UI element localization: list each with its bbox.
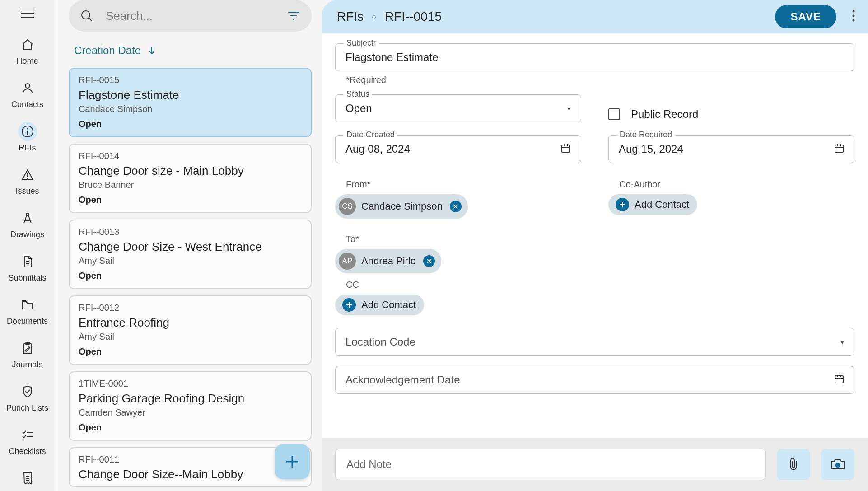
- search-icon: [80, 9, 93, 22]
- nav-label: Submittals: [8, 273, 46, 283]
- remove-chip-button[interactable]: ✕: [450, 201, 462, 212]
- chevron-down-icon: ▾: [567, 104, 571, 113]
- nav-documents[interactable]: Documents: [0, 291, 55, 334]
- item-status: Open: [79, 195, 302, 205]
- item-author: Camden Sawyer: [79, 407, 302, 418]
- menu-button[interactable]: [19, 8, 37, 18]
- svg-rect-15: [835, 145, 843, 152]
- camera-icon: [830, 458, 845, 471]
- nav-submittals[interactable]: Submittals: [0, 248, 55, 291]
- add-coauthor-button[interactable]: Add Contact: [608, 194, 697, 215]
- more-menu-button[interactable]: [852, 9, 855, 24]
- shield-check-icon: [21, 385, 34, 398]
- chip-name: Candace Simpson: [361, 201, 444, 212]
- search-box[interactable]: [69, 0, 312, 32]
- item-id: RFI--0014: [79, 151, 302, 161]
- breadcrumb-id: RFI--0015: [385, 9, 442, 24]
- item-id: 1TIME-0001: [79, 379, 302, 389]
- item-title: Parking Garage Roofing Design: [79, 392, 302, 406]
- field-value: Flagstone Estimate: [345, 51, 438, 64]
- detail-header: RFIs ○ RFI--0015 SAVE: [322, 0, 868, 33]
- location-code-select[interactable]: Location Code ▾: [335, 328, 854, 356]
- sort-control[interactable]: Creation Date: [69, 32, 312, 68]
- list-item[interactable]: RFI--0012 Entrance Roofing Amy Sail Open: [69, 295, 312, 365]
- calendar-icon: [834, 374, 844, 384]
- calendar-icon: [834, 143, 844, 153]
- cc-label: CC: [346, 280, 854, 290]
- svg-point-12: [853, 15, 855, 17]
- document-icon: [21, 255, 34, 268]
- add-cc-button[interactable]: Add Contact: [335, 295, 424, 315]
- nav-journals[interactable]: Journals: [0, 334, 55, 378]
- nav-label: Journals: [12, 360, 42, 369]
- list-item[interactable]: RFI--0013 Change Door Size - West Entran…: [69, 220, 312, 289]
- nav-home[interactable]: Home: [0, 31, 55, 74]
- nav-rfis[interactable]: RFIs: [0, 117, 55, 161]
- from-label: From*: [346, 179, 581, 190]
- svg-point-9: [82, 11, 90, 19]
- list-item[interactable]: RFI--0014 Change Door size - Main Lobby …: [69, 144, 312, 213]
- nav-contacts[interactable]: Contacts: [0, 74, 55, 117]
- sort-arrow-down-icon: [147, 46, 156, 55]
- sort-label: Creation Date: [74, 44, 141, 57]
- nav-drawings[interactable]: Drawings: [0, 204, 55, 248]
- checkbox-label: Public Record: [631, 108, 698, 121]
- nav-label: Contacts: [11, 100, 43, 109]
- checklist-icon: [21, 428, 34, 442]
- person-icon: [21, 81, 34, 95]
- coauthor-label: Co-Author: [619, 179, 854, 190]
- nav-requisition[interactable]: Requisition: [0, 464, 55, 491]
- plus-icon: [285, 454, 300, 469]
- nav-label: Drawings: [10, 230, 44, 239]
- list-column: Creation Date RFI--0015 Flagstone Estima…: [55, 0, 322, 491]
- status-select[interactable]: Status Open ▾: [335, 94, 581, 122]
- nav-checklists[interactable]: Checklists: [0, 421, 55, 464]
- svg-point-0: [25, 84, 30, 88]
- field-label: Status: [344, 89, 372, 99]
- item-status: Open: [79, 422, 302, 433]
- plus-circle-icon: [616, 198, 629, 211]
- plus-circle-icon: [342, 298, 356, 312]
- avatar: AP: [339, 253, 356, 270]
- svg-point-3: [27, 128, 28, 130]
- nav-label: Documents: [7, 317, 48, 326]
- field-label: Date Created: [344, 130, 397, 140]
- save-button[interactable]: SAVE: [775, 5, 836, 28]
- rfi-list: RFI--0015 Flagstone Estimate Candace Sim…: [69, 68, 312, 487]
- list-item[interactable]: RFI--0015 Flagstone Estimate Candace Sim…: [69, 68, 312, 137]
- chip-label: Add Contact: [361, 299, 418, 311]
- nav-punchlists[interactable]: Punch Lists: [0, 378, 55, 421]
- item-id: RFI--0013: [79, 227, 302, 237]
- avatar: CS: [339, 198, 356, 215]
- add-rfi-button[interactable]: [275, 444, 310, 479]
- remove-chip-button[interactable]: ✕: [423, 255, 435, 267]
- breadcrumb-root[interactable]: RFIs: [337, 9, 364, 24]
- breadcrumb-separator-icon: ○: [372, 12, 377, 22]
- field-label: Subject*: [344, 38, 379, 48]
- receipt-icon: [21, 472, 34, 485]
- field-value: Aug 08, 2024: [345, 143, 410, 155]
- item-author: Candace Simpson: [79, 104, 302, 114]
- field-label: Acknowledgement Date: [345, 374, 460, 386]
- subject-field[interactable]: Subject* Flagstone Estimate: [335, 43, 854, 71]
- camera-button[interactable]: [821, 449, 854, 480]
- add-note-input[interactable]: Add Note: [335, 449, 766, 480]
- item-title: Change Door Size - West Entrance: [79, 240, 302, 254]
- public-record-checkbox[interactable]: Public Record: [608, 94, 854, 126]
- attach-button[interactable]: [777, 449, 810, 480]
- nav-issues[interactable]: Issues: [0, 161, 55, 204]
- nav-rail: Home Contacts RFIs Issues Drawings Submi…: [0, 0, 55, 491]
- nav-label: Issues: [15, 187, 39, 196]
- calendar-icon: [561, 143, 571, 153]
- search-input[interactable]: [106, 9, 275, 23]
- filter-icon[interactable]: [287, 10, 300, 21]
- date-created-field[interactable]: Date Created Aug 08, 2024: [335, 135, 581, 163]
- item-id: RFI--0012: [79, 303, 302, 313]
- clipboard-edit-icon: [21, 341, 34, 355]
- ack-date-field[interactable]: Acknowledgement Date: [335, 366, 854, 394]
- svg-point-5: [27, 178, 28, 179]
- item-title: Change Door size - Main Lobby: [79, 164, 302, 178]
- list-item[interactable]: 1TIME-0001 Parking Garage Roofing Design…: [69, 371, 312, 441]
- date-required-field[interactable]: Date Required Aug 15, 2024: [608, 135, 854, 163]
- nav-label: Checklists: [9, 447, 46, 456]
